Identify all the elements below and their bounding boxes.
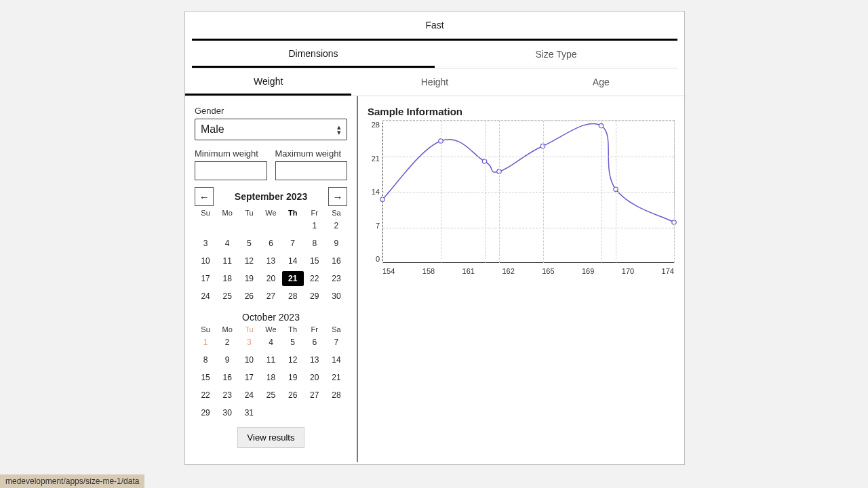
tab-age[interactable]: Age [518, 68, 684, 96]
calendar-day[interactable]: 26 [238, 289, 260, 304]
calendar-day[interactable]: 25 [216, 289, 238, 304]
calendar-day[interactable]: 12 [238, 253, 260, 268]
tabs-secondary: Weight Height Age [185, 68, 684, 96]
calendar-dow: SuMoTuWeThFrSa [195, 209, 347, 217]
chart-area: 28211470 154158161162165169170174 [382, 120, 675, 263]
calendar-day[interactable]: 25 [260, 388, 281, 403]
calendar-day[interactable]: 27 [260, 289, 281, 304]
calendar-day[interactable]: 1 [195, 335, 216, 350]
calendar-day[interactable]: 9 [326, 236, 347, 251]
calendar-day[interactable]: 10 [238, 352, 260, 367]
calendar-day[interactable]: 7 [282, 236, 304, 251]
topbar-title: Fast [192, 12, 677, 41]
view-results-button[interactable]: View results [237, 427, 305, 448]
calendar-day[interactable]: 27 [304, 388, 326, 403]
max-weight-label: Maximum weight [275, 148, 348, 159]
calendar-day[interactable]: 6 [304, 335, 326, 350]
calendar-day[interactable]: 12 [282, 352, 304, 367]
calendar-day[interactable]: 3 [238, 335, 260, 350]
calendar-day[interactable]: 11 [260, 352, 281, 367]
calendar-day[interactable]: 19 [282, 370, 304, 385]
calendar-day[interactable]: 16 [326, 253, 347, 268]
calendar-day[interactable]: 29 [195, 405, 216, 420]
calendar-day[interactable]: 28 [326, 388, 347, 403]
calendar-day[interactable]: 21 [282, 271, 304, 286]
x-axis-ticks: 154158161162165169170174 [382, 267, 674, 275]
min-weight-label: Minimum weight [195, 148, 267, 159]
filter-sidebar: Gender Male ▴▾ Minimum weight Maximum we… [185, 96, 358, 462]
tab-height[interactable]: Height [351, 68, 517, 96]
main-panel: Fast Dimensions Size Type Weight Height … [184, 11, 685, 465]
calendar-day[interactable]: 14 [326, 352, 347, 367]
chart-pane: Sample Information 28211470 154158161162… [358, 96, 684, 462]
calendar-day[interactable]: 31 [238, 405, 260, 420]
calendar-day[interactable]: 11 [216, 253, 238, 268]
calendar-day[interactable]: 26 [282, 388, 304, 403]
tab-size-type[interactable]: Size Type [435, 41, 677, 68]
calendar-day[interactable]: 2 [216, 335, 238, 350]
calendar-day[interactable]: 1 [304, 218, 326, 233]
calendar-day[interactable]: 15 [195, 370, 216, 385]
calendar-day[interactable]: 30 [326, 289, 347, 304]
month1-title: September 2023 [235, 191, 307, 202]
calendar-day[interactable]: 4 [216, 236, 238, 251]
calendar-day[interactable]: 5 [238, 236, 260, 251]
tab-weight[interactable]: Weight [185, 68, 351, 96]
calendar-day[interactable]: 30 [216, 405, 238, 420]
calendar-day[interactable]: 8 [195, 352, 216, 367]
calendar-day[interactable]: 2 [326, 218, 347, 233]
calendar-day[interactable]: 19 [238, 271, 260, 286]
calendar-day[interactable]: 28 [282, 289, 304, 304]
gender-select[interactable]: Male ▴▾ [195, 119, 347, 140]
calendar-day[interactable]: 6 [260, 236, 281, 251]
calendar-day[interactable]: 7 [326, 335, 347, 350]
tabs-primary: Dimensions Size Type [192, 41, 677, 68]
calendar-day[interactable]: 23 [326, 271, 347, 286]
calendar-day[interactable]: 21 [326, 370, 347, 385]
calendar-day[interactable]: 23 [216, 388, 238, 403]
min-weight-input[interactable] [195, 161, 267, 180]
calendar-next-button[interactable]: → [328, 187, 347, 206]
calendar-day[interactable]: 22 [195, 388, 216, 403]
calendar-day[interactable]: 24 [195, 289, 216, 304]
calendar-day[interactable]: 14 [282, 253, 304, 268]
chart-title: Sample Information [368, 106, 675, 117]
calendar-day[interactable]: 29 [304, 289, 326, 304]
chevron-updown-icon: ▴▾ [337, 123, 341, 136]
calendar-day[interactable]: 17 [238, 370, 260, 385]
calendar-day[interactable]: 18 [216, 271, 238, 286]
calendar-prev-button[interactable]: ← [195, 187, 214, 206]
arrow-right-icon: → [333, 191, 343, 203]
month2-title: October 2023 [195, 312, 347, 323]
calendar-day[interactable]: 20 [304, 370, 326, 385]
calendar-month2-grid: 1234567891011121314151617181920212223242… [195, 335, 347, 420]
calendar-dow2: SuMoTuWeThFrSa [195, 325, 347, 333]
max-weight-input[interactable] [275, 161, 348, 180]
calendar-day[interactable]: 17 [195, 271, 216, 286]
calendar-day[interactable]: 3 [195, 236, 216, 251]
gender-label: Gender [195, 106, 347, 116]
status-bar: medevelopment/apps/size-me-1/data [0, 474, 144, 488]
calendar-day[interactable]: 8 [304, 236, 326, 251]
calendar-day[interactable]: 13 [304, 352, 326, 367]
calendar-day[interactable]: 18 [260, 370, 281, 385]
calendar-day[interactable]: 20 [260, 271, 281, 286]
y-axis-ticks: 28211470 [366, 121, 380, 263]
calendar-day[interactable]: 4 [260, 335, 281, 350]
gender-value: Male [201, 123, 224, 136]
calendar-month1-grid: 1234567891011121314151617181920212223242… [195, 218, 347, 304]
arrow-left-icon: ← [199, 191, 210, 203]
calendar-day[interactable]: 13 [260, 253, 281, 268]
tab-dimensions[interactable]: Dimensions [192, 41, 435, 68]
calendar-day[interactable]: 15 [304, 253, 326, 268]
calendar-day[interactable]: 16 [216, 370, 238, 385]
calendar-day[interactable]: 10 [195, 253, 216, 268]
calendar-day[interactable]: 9 [216, 352, 238, 367]
calendar-day[interactable]: 22 [304, 271, 326, 286]
calendar-day[interactable]: 24 [238, 388, 260, 403]
calendar-day[interactable]: 5 [282, 335, 304, 350]
